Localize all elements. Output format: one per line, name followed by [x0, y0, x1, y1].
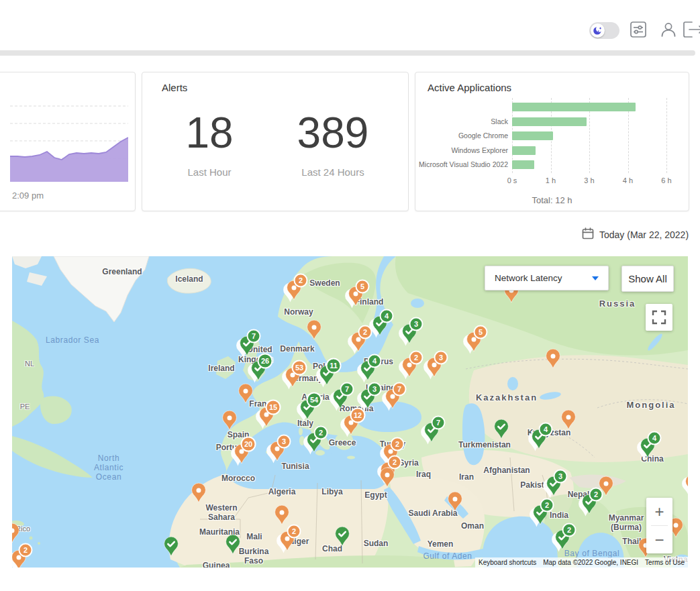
map-marker-healthy[interactable] — [226, 535, 240, 554]
svg-text:20: 20 — [244, 440, 252, 448]
terms-link[interactable]: Terms of Use — [642, 557, 688, 568]
apps-axis-tick: 0 s — [502, 176, 522, 184]
map-marker-healthy[interactable]: 4 — [357, 355, 381, 383]
alerts-card-title: Alerts — [162, 82, 187, 93]
map-marker-warning[interactable] — [562, 410, 576, 429]
map-marker-warning[interactable]: 3 — [423, 352, 447, 380]
map-marker-warning[interactable] — [307, 320, 321, 339]
apps-bar — [512, 117, 587, 126]
logout-icon[interactable] — [683, 21, 700, 38]
map-marker-healthy[interactable]: 4 — [369, 310, 393, 338]
map-marker-warning[interactable] — [223, 411, 237, 430]
metric-dropdown[interactable]: Network Latency — [485, 266, 609, 290]
apps-axis-tick: 1 h — [541, 176, 561, 184]
map-marker-healthy[interactable]: 4 — [637, 432, 660, 460]
map-marker-healthy[interactable]: 7 — [421, 417, 444, 445]
map-marker-warning[interactable]: 15 — [256, 400, 280, 429]
svg-text:26: 26 — [261, 357, 269, 365]
svg-text:2: 2 — [414, 354, 418, 362]
apps-total-label: Total: 12 h — [415, 195, 689, 205]
svg-text:53: 53 — [295, 364, 303, 372]
map-marker-healthy[interactable]: 54 — [297, 393, 321, 422]
svg-text:4: 4 — [652, 434, 657, 442]
map-marker-warning[interactable] — [239, 384, 253, 403]
timeline-time-label: 2:09 pm — [12, 191, 44, 201]
metric-dropdown-value: Network Latency — [495, 273, 562, 283]
map-marker-warning[interactable] — [275, 505, 289, 525]
svg-text:2: 2 — [567, 526, 571, 534]
fullscreen-button[interactable] — [646, 304, 672, 331]
timeline-card: 2:09 pm — [0, 72, 136, 211]
svg-text:12: 12 — [354, 411, 362, 419]
map-marker-warning[interactable] — [192, 483, 206, 502]
map-marker-warning[interactable]: 12 — [340, 409, 364, 437]
map-marker-warning[interactable]: 53 — [282, 361, 306, 390]
map-marker-warning[interactable]: 5 — [345, 280, 368, 309]
map-marker-healthy[interactable]: 3 — [357, 383, 381, 411]
svg-text:2: 2 — [393, 458, 397, 466]
apps-chart: 0 s1 h3 h4 h6 hSlackGoogle ChromeWindows… — [415, 72, 689, 211]
svg-text:3: 3 — [414, 320, 418, 328]
map-marker-warning[interactable] — [12, 523, 19, 543]
svg-text:2: 2 — [23, 546, 28, 554]
scroll-track[interactable] — [0, 50, 695, 56]
world-map[interactable]: GreenlandIcelandNorwaySwedenFinlandDenma… — [12, 256, 688, 568]
map-marker-healthy[interactable] — [164, 537, 179, 556]
map-marker-warning[interactable]: 7 — [382, 383, 405, 411]
date-selector[interactable]: Today (Mar 22, 2022) — [581, 227, 689, 243]
dashboard: 2:09 pm Alerts 18 Last Hour 389 Last 24 … — [0, 0, 700, 591]
map-marker-warning[interactable] — [448, 492, 462, 511]
map-marker-healthy[interactable]: 7 — [330, 383, 353, 411]
alerts-last-hour-stat: 18 Last Hour — [166, 111, 252, 178]
map-marker-healthy[interactable]: 3 — [399, 318, 422, 346]
fullscreen-icon — [651, 309, 667, 325]
svg-text:4: 4 — [544, 425, 548, 433]
preferences-button[interactable] — [630, 21, 647, 38]
map-marker-warning[interactable]: 5 — [463, 326, 487, 354]
alerts-last-24h-value: 389 — [279, 111, 387, 154]
map-marker-healthy[interactable]: 11 — [316, 359, 340, 388]
map-marker-healthy[interactable]: 4 — [528, 423, 552, 451]
map-marker-warning[interactable]: 2 — [12, 544, 32, 568]
svg-text:4: 4 — [372, 357, 377, 365]
svg-text:2: 2 — [319, 429, 323, 437]
map-marker-warning[interactable]: 20 — [231, 437, 255, 466]
keyboard-shortcuts-link[interactable]: Keyboard shortcuts — [475, 557, 540, 568]
map-marker-healthy[interactable] — [495, 419, 509, 439]
apps-axis-tick: 6 h — [656, 176, 677, 184]
map-marker-warning[interactable] — [381, 468, 395, 487]
map-marker-healthy[interactable]: 26 — [248, 354, 272, 383]
map-marker-healthy[interactable]: 2 — [530, 499, 553, 527]
map-marker-healthy[interactable] — [336, 527, 350, 546]
map-marker-healthy[interactable]: 2 — [303, 427, 327, 455]
map-marker-warning[interactable]: 2 — [399, 352, 422, 380]
svg-text:3: 3 — [372, 385, 377, 393]
apps-bar — [512, 146, 536, 155]
user-profile-button[interactable] — [660, 21, 677, 38]
zoom-in-button[interactable]: + — [646, 498, 672, 525]
zoom-out-button[interactable]: − — [646, 526, 672, 553]
map-marker-warning[interactable]: 2 — [277, 525, 300, 553]
svg-text:15: 15 — [269, 403, 277, 411]
map-marker-healthy[interactable]: 2 — [552, 524, 575, 552]
apps-bar — [512, 131, 553, 140]
map-marker-healthy[interactable]: 2 — [579, 488, 602, 517]
map-marker-warning[interactable] — [546, 349, 560, 368]
svg-text:2: 2 — [395, 440, 399, 448]
dark-mode-toggle[interactable] — [589, 22, 619, 39]
map-marker-warning[interactable]: 2 — [283, 274, 307, 303]
show-all-button[interactable]: Show All — [621, 266, 674, 292]
map-marker-warning[interactable]: 6 — [682, 468, 688, 496]
apps-axis-tick: 4 h — [618, 176, 638, 184]
svg-text:54: 54 — [310, 396, 319, 404]
chevron-down-icon — [592, 276, 599, 280]
apps-bar-label: Microsoft Visual Studio 2022 — [415, 161, 508, 168]
map-marker-warning[interactable]: 3 — [266, 435, 290, 464]
apps-bar-label: Slack — [415, 118, 508, 125]
date-selector-label: Today (Mar 22, 2022) — [599, 229, 689, 240]
apps-bar-label: Google Chrome — [415, 132, 508, 140]
map-marker-healthy[interactable]: 3 — [543, 470, 566, 498]
map-marker-warning[interactable]: 2 — [348, 326, 371, 354]
map-marker-healthy[interactable]: 7 — [236, 330, 260, 358]
calendar-icon — [581, 227, 595, 243]
